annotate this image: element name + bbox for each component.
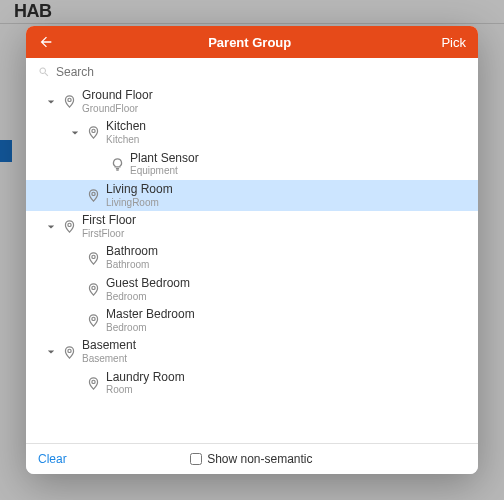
chevron-down-icon <box>47 223 55 231</box>
search-icon <box>38 66 50 78</box>
tree-node[interactable]: Ground FloorGroundFloor <box>26 86 478 117</box>
node-text: Living RoomLivingRoom <box>106 183 173 208</box>
expand-toggle <box>92 157 106 171</box>
node-sublabel: Equipment <box>130 165 199 177</box>
node-sublabel: GroundFloor <box>82 103 153 115</box>
tree-node[interactable]: Laundry RoomRoom <box>26 368 478 399</box>
expand-toggle <box>68 376 82 390</box>
node-text: Guest BedroomBedroom <box>106 277 190 302</box>
node-sublabel: Bedroom <box>106 291 190 303</box>
node-text: Ground FloorGroundFloor <box>82 89 153 114</box>
arrow-left-icon <box>38 34 54 50</box>
node-text: Laundry RoomRoom <box>106 371 185 396</box>
location-pin-icon <box>86 376 100 390</box>
expand-toggle <box>68 189 82 203</box>
chevron-down-icon <box>71 129 79 137</box>
node-label: Guest Bedroom <box>106 277 190 291</box>
node-label: Living Room <box>106 183 173 197</box>
expand-toggle[interactable] <box>44 95 58 109</box>
node-label: First Floor <box>82 214 136 228</box>
node-label: Basement <box>82 339 136 353</box>
clear-button[interactable]: Clear <box>38 452 67 466</box>
bulb-icon <box>110 157 124 171</box>
chevron-down-icon <box>47 98 55 106</box>
node-label: Master Bedroom <box>106 308 195 322</box>
show-non-semantic-checkbox[interactable] <box>190 453 202 465</box>
node-sublabel: Basement <box>82 353 136 365</box>
expand-toggle[interactable] <box>44 220 58 234</box>
chevron-down-icon <box>47 348 55 356</box>
node-label: Kitchen <box>106 120 146 134</box>
tree-node[interactable]: BathroomBathroom <box>26 242 478 273</box>
node-label: Laundry Room <box>106 371 185 385</box>
location-pin-icon <box>86 282 100 296</box>
node-text: Plant SensorEquipment <box>130 152 199 177</box>
dialog-title: Parent Group <box>208 35 291 50</box>
search-box[interactable] <box>34 63 470 81</box>
dialog-footer: Clear Show non-semantic <box>26 443 478 474</box>
node-label: Bathroom <box>106 245 158 259</box>
node-sublabel: LivingRoom <box>106 197 173 209</box>
pick-button[interactable]: Pick <box>441 35 466 50</box>
tree-node[interactable]: Guest BedroomBedroom <box>26 274 478 305</box>
expand-toggle[interactable] <box>44 345 58 359</box>
tree-node[interactable]: Living RoomLivingRoom <box>26 180 478 211</box>
expand-toggle <box>68 314 82 328</box>
node-label: Plant Sensor <box>130 152 199 166</box>
node-sublabel: Bathroom <box>106 259 158 271</box>
location-pin-icon <box>62 220 76 234</box>
node-sublabel: Kitchen <box>106 134 146 146</box>
expand-toggle <box>68 251 82 265</box>
tree-node[interactable]: BasementBasement <box>26 336 478 367</box>
node-label: Ground Floor <box>82 89 153 103</box>
node-sublabel: Bedroom <box>106 322 195 334</box>
tree-view[interactable]: Ground FloorGroundFloorKitchenKitchenPla… <box>26 86 478 443</box>
location-pin-icon <box>86 126 100 140</box>
back-button[interactable] <box>38 34 58 50</box>
dialog-header: Parent Group Pick <box>26 26 478 58</box>
node-text: KitchenKitchen <box>106 120 146 145</box>
show-non-semantic-label: Show non-semantic <box>207 452 312 466</box>
tree-node[interactable]: First FloorFirstFloor <box>26 211 478 242</box>
location-pin-icon <box>86 251 100 265</box>
tree-node[interactable]: Master BedroomBedroom <box>26 305 478 336</box>
node-text: First FloorFirstFloor <box>82 214 136 239</box>
location-pin-icon <box>62 345 76 359</box>
node-sublabel: Room <box>106 384 185 396</box>
node-text: Master BedroomBedroom <box>106 308 195 333</box>
show-non-semantic-toggle[interactable]: Show non-semantic <box>190 452 312 466</box>
location-pin-icon <box>86 314 100 328</box>
expand-toggle <box>68 282 82 296</box>
location-pin-icon <box>62 95 76 109</box>
parent-group-dialog: Parent Group Pick Ground FloorGroundFloo… <box>26 26 478 474</box>
node-text: BasementBasement <box>82 339 136 364</box>
location-pin-icon <box>86 189 100 203</box>
expand-toggle[interactable] <box>68 126 82 140</box>
search-container <box>26 58 478 86</box>
node-sublabel: FirstFloor <box>82 228 136 240</box>
tree-node[interactable]: Plant SensorEquipment <box>26 149 478 180</box>
search-input[interactable] <box>56 65 466 79</box>
tree-node[interactable]: KitchenKitchen <box>26 117 478 148</box>
node-text: BathroomBathroom <box>106 245 158 270</box>
